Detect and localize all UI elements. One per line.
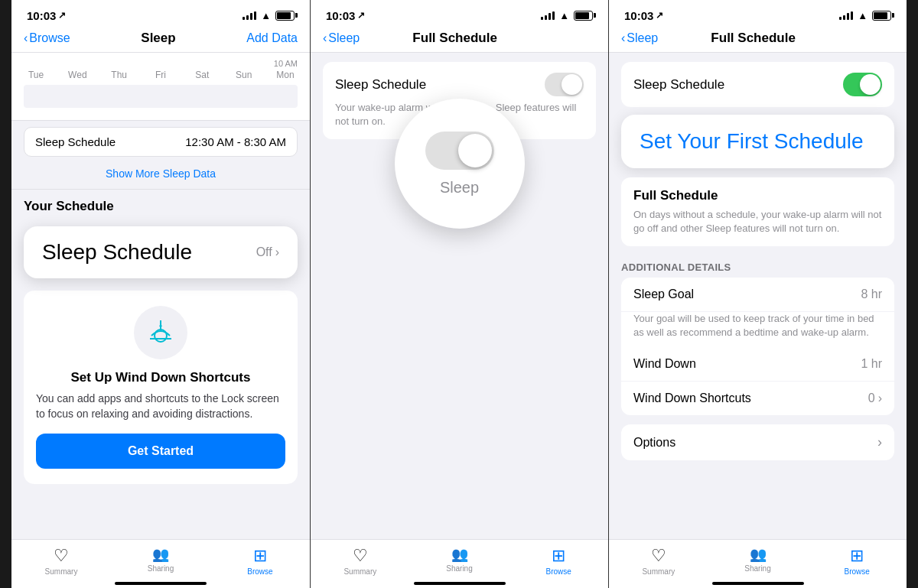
tab-summary-2[interactable]: ♡ Summary [311,546,410,576]
time-2: 10:03 [326,9,355,22]
p3-sleep-schedule: Sleep Schedule [621,62,894,107]
sleep-schedule-row: Sleep Schedule [335,73,584,96]
home-indicator-2 [414,582,506,585]
full-schedule-card: Full Schedule On days without a schedule… [621,177,894,246]
tab-browse-1[interactable]: ⊞ Browse [210,546,310,576]
status-icons-3: ▲ [839,10,891,21]
sharing-label-2: Sharing [446,564,472,573]
wind-down-row[interactable]: Wind Down 1 hr [621,347,894,382]
tab-sharing-3[interactable]: 👥 Sharing [708,546,808,576]
sharing-label-1: Sharing [148,564,174,573]
tab-summary-3[interactable]: ♡ Summary [609,546,708,576]
toggle-large-knob [458,134,492,167]
tab-browse-2[interactable]: ⊞ Browse [509,546,608,576]
back-button-1[interactable]: ‹ Browse [24,31,70,45]
detail-card: Sleep Goal 8 hr Your goal will be used t… [621,278,894,415]
nav-bar-1: ‹ Browse Sleep Add Data [11,28,310,53]
tooltip-chevron: › [275,245,279,259]
tooltip-text: Sleep Schedule [42,240,192,265]
wifi-icon-3: ▲ [858,10,868,21]
tab-bar-1: ♡ Summary 👥 Sharing ⊞ Browse [11,539,310,588]
back-label-2: Sleep [328,31,360,45]
summary-label-3: Summary [642,567,675,576]
back-button-3[interactable]: ‹ Sleep [621,31,658,45]
additional-details-label: Additional Details [609,262,907,278]
time-1: 10:03 [27,9,56,22]
chevron-left-1: ‹ [24,31,28,45]
tooltip-off-area: Off › [256,245,279,259]
wifi-icon-2: ▲ [559,10,569,21]
options-row: Options › [621,424,894,460]
summary-label-2: Summary [343,567,376,576]
your-schedule-header: Your Schedule [11,190,310,220]
signal-3 [839,11,853,20]
nav-title-2: Full Schedule [412,31,497,46]
graph-bars [24,85,298,108]
add-data-button[interactable]: Add Data [246,31,298,45]
status-time-2: 10:03 ↗ [326,9,365,22]
day-sun: Sun [232,70,256,80]
status-bar-1: 10:03 ↗ ▲ [11,0,310,28]
options-label: Options [633,436,675,450]
wind-down-shortcuts-label: Wind Down Shortcuts [633,391,751,405]
sharing-icon-1: 👥 [152,546,169,563]
tooltip-off-label: Off [256,245,272,259]
phone2-content: Sleep Schedule Your wake-up alarm will n… [311,53,608,588]
shortcuts-count: 0 [868,391,875,405]
nav-title-1: Sleep [141,31,175,46]
phones-container: 10:03 ↗ ▲ ‹ Browse S [0,0,918,588]
get-started-button[interactable]: Get Started [36,434,285,469]
sleep-goal-row[interactable]: Sleep Goal 8 hr [621,278,894,312]
wind-down-shortcuts-row[interactable]: Wind Down Shortcuts 0 › [621,382,894,415]
sleep-schedule-tooltip: Sleep Schedule Off › [24,226,298,278]
battery-3 [872,11,891,21]
browse-icon-2: ⊞ [552,546,565,566]
tab-summary-1[interactable]: ♡ Summary [11,546,111,576]
location-icon-1: ↗ [58,10,66,21]
first-schedule-text: Set Your First Schedule [640,129,864,153]
first-schedule-bubble[interactable]: Set Your First Schedule [621,115,894,168]
toggle-large[interactable] [425,132,494,170]
schedule-label: Sleep Schedule [35,135,116,148]
back-label-3: Sleep [627,31,658,45]
options-card[interactable]: Options › [621,424,894,460]
browse-icon-3: ⊞ [850,546,864,566]
status-bar-3: 10:03 ↗ ▲ [609,0,907,28]
home-indicator-1 [115,582,207,585]
browse-label-1: Browse [247,567,272,576]
toggle-circle-label: Sleep [440,179,479,197]
day-thu: Thu [107,70,132,80]
show-more-link[interactable]: Show More Sleep Data [11,163,310,189]
phone-1: 10:03 ↗ ▲ ‹ Browse S [11,0,310,588]
back-button-2[interactable]: ‹ Sleep [323,31,360,45]
home-indicator-3 [712,582,804,585]
tab-sharing-1[interactable]: 👥 Sharing [111,546,210,576]
sleep-goal-label: Sleep Goal [633,288,694,301]
day-tue: Tue [24,70,48,80]
signal-1 [243,11,256,20]
chevron-left-2: ‹ [323,31,327,45]
status-icons-1: ▲ [243,10,295,21]
p3-sleep-schedule-label: Sleep Schedule [633,77,724,93]
schedule-row[interactable]: Sleep Schedule 12:30 AM - 8:30 AM [24,127,298,157]
tab-sharing-2[interactable]: 👥 Sharing [410,546,509,576]
your-schedule-label: Your Schedule [24,199,114,213]
tab-bar-3: ♡ Summary 👥 Sharing ⊞ Browse [609,539,907,588]
nav-title-3: Full Schedule [711,31,796,46]
wind-down-card: Set Up Wind Down Shortcuts You can add a… [24,291,298,484]
status-bar-2: 10:03 ↗ ▲ [311,0,608,28]
browse-icon-1: ⊞ [253,546,267,566]
phone-3: 10:03 ↗ ▲ ‹ Sleep Fu [608,0,907,588]
options-chevron: › [877,434,882,450]
summary-icon-3: ♡ [651,546,666,566]
full-schedule-header: Full Schedule [633,188,882,203]
tab-browse-3[interactable]: ⊞ Browse [807,546,907,576]
location-icon-2: ↗ [357,10,365,21]
shortcuts-chevron: › [878,391,882,405]
day-fri: Fri [148,70,173,80]
sleep-toggle-off[interactable] [545,73,584,96]
sleep-toggle-on[interactable] [843,73,882,96]
wind-down-icon [134,306,187,359]
back-label-1: Browse [29,31,70,45]
phone-2: 10:03 ↗ ▲ ‹ Sleep Fu [310,0,608,588]
